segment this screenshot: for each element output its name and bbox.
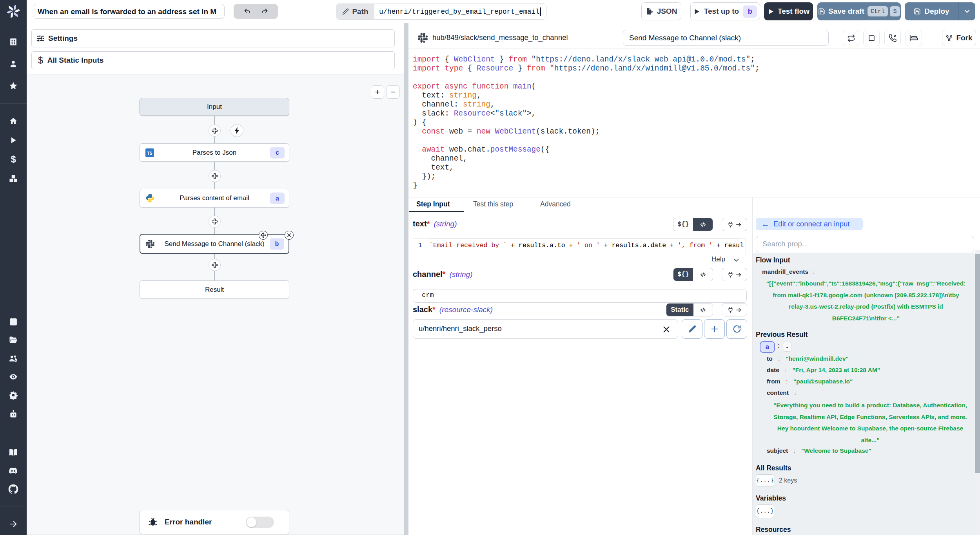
svg-text:TS: TS [147,151,152,155]
